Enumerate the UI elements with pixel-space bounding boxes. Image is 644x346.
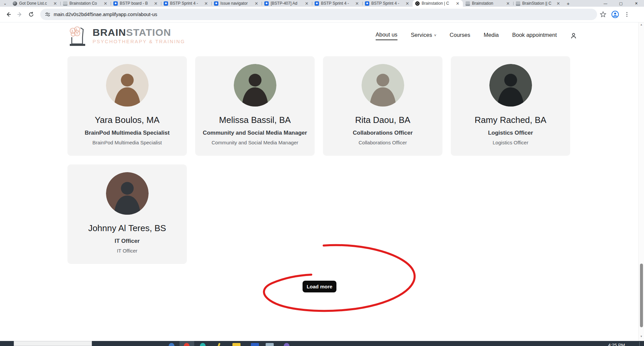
nav-item-label: Media: [484, 32, 499, 38]
jira-favicon-icon: [264, 1, 269, 6]
brand-logo[interactable]: BRAINSTATION PSYCHOTHERAPY & TRAINING: [67, 25, 185, 47]
nav-item-media[interactable]: Media: [484, 32, 499, 40]
browser-tab[interactable]: Brainstation✕: [463, 0, 513, 7]
taskbar-app-icon[interactable]: [232, 343, 240, 346]
taskbar-show-desktop-divider[interactable]: [639, 342, 640, 346]
nav-item-label: Book appointment: [512, 32, 557, 38]
new-tab-button[interactable]: +: [564, 0, 573, 7]
tab-close-icon[interactable]: ✕: [53, 1, 58, 6]
tab-close-icon[interactable]: ✕: [103, 1, 108, 6]
browser-toolbar: main.d2v0s2bd4f5nae.amplifyapp.com/about…: [0, 7, 644, 22]
address-bar[interactable]: main.d2v0s2bd4f5nae.amplifyapp.com/about…: [40, 9, 597, 20]
browser-tab-strip: ⌄ Got Done List.c✕Brainstation Co✕BSTP b…: [0, 0, 644, 7]
member-subtitle: BrainPod Multimedia Specialist: [93, 140, 162, 145]
browser-tab[interactable]: BSTP board - B✕: [111, 0, 161, 7]
browser-tab[interactable]: Brainstation Co✕: [60, 0, 111, 7]
jira-favicon-icon: [214, 1, 218, 6]
browser-tab[interactable]: Brainstation | C✕: [413, 0, 463, 7]
tab-title: Issue navigator: [220, 1, 252, 6]
tab-title: BrainStation || C: [522, 1, 554, 6]
amplify-favicon-icon: [516, 1, 520, 6]
taskbar-app-icon[interactable]: [266, 343, 274, 346]
tab-close-icon[interactable]: ✕: [254, 1, 259, 6]
taskbar: 4:25 PM: [0, 341, 644, 346]
nav-item-label: Courses: [450, 32, 470, 38]
tab-close-icon[interactable]: ✕: [455, 1, 460, 6]
load-more-button[interactable]: Load more: [303, 281, 336, 292]
url-text[interactable]: main.d2v0s2bd4f5nae.amplifyapp.com/about…: [54, 12, 157, 17]
browser-tab[interactable]: Got Done List.c✕: [10, 0, 60, 7]
site-settings-tune-icon[interactable]: [45, 12, 50, 17]
taskbar-app-icon[interactable]: [284, 343, 289, 346]
profile-avatar-icon[interactable]: [611, 10, 619, 18]
member-title: Logistics Officer: [488, 130, 533, 136]
taskbar-app-icon[interactable]: [217, 343, 220, 346]
browser-tab[interactable]: BSTP Sprint 4 -✕: [161, 0, 211, 7]
taskbar-search-box[interactable]: [14, 341, 92, 346]
screen: ⌄ Got Done List.c✕Brainstation Co✕BSTP b…: [0, 0, 644, 346]
taskbar-app-icon[interactable]: [251, 343, 259, 346]
bookmark-star-icon[interactable]: [600, 11, 606, 18]
tab-title: BSTP Sprint 4 -: [371, 1, 403, 6]
jira-favicon-icon: [113, 1, 118, 6]
brainstation-logo-icon: [67, 25, 88, 47]
taskbar-app-icon[interactable]: [169, 343, 174, 346]
member-photo: [234, 64, 276, 107]
nav-item-services[interactable]: Services˅: [411, 32, 436, 40]
taskbar-clock[interactable]: 4:25 PM: [608, 343, 625, 346]
nav-item-about-us[interactable]: About us: [376, 31, 397, 40]
jira-favicon-icon: [365, 1, 369, 6]
browser-tab[interactable]: BrainStation || C✕: [513, 0, 564, 7]
browser-tab[interactable]: BSTP Sprint 4 -✕: [312, 0, 362, 7]
member-photo: [489, 64, 532, 107]
window-minimize-button[interactable]: —: [598, 0, 613, 7]
window-close-button[interactable]: ✕: [629, 0, 644, 7]
taskbar-app-icon[interactable]: [200, 343, 206, 346]
nav-item-label: About us: [376, 31, 397, 38]
nav-item-book-appointment[interactable]: Book appointment: [512, 32, 557, 40]
tab-title: Brainstation: [472, 1, 503, 6]
browser-tab[interactable]: [BSTP-407] Ad✕: [262, 0, 312, 7]
site-nav: About usServices˅CoursesMediaBook appoin…: [376, 31, 577, 40]
tab-close-icon[interactable]: ✕: [556, 1, 561, 6]
member-title: IT Officer: [115, 238, 140, 245]
member-photo: [106, 172, 149, 215]
member-title: Community and Social Media Manager: [203, 130, 307, 136]
browser-tab[interactable]: Issue navigator✕: [211, 0, 262, 7]
team-member-card: Ramy Rached, BALogistics OfficerLogistic…: [451, 56, 570, 156]
member-photo: [362, 64, 404, 107]
tab-title: BSTP Sprint 4 -: [170, 1, 202, 6]
nav-item-label: Services: [411, 32, 432, 38]
tab-close-icon[interactable]: ✕: [304, 1, 309, 6]
window-maximize-button[interactable]: ▢: [613, 0, 629, 7]
tab-title: Got Done List.c: [19, 1, 51, 6]
member-name: Johnny Al Teres, BS: [88, 223, 166, 233]
tab-strip-chevron-icon[interactable]: ⌄: [0, 0, 10, 7]
scrollbar-up-arrow-icon[interactable]: ▲: [639, 23, 644, 26]
back-button[interactable]: [3, 9, 14, 20]
member-name: Rita Daou, BA: [355, 115, 411, 125]
member-subtitle: IT Officer: [117, 248, 137, 254]
tab-close-icon[interactable]: ✕: [153, 1, 158, 6]
team-member-card: Melissa Bassil, BACommunity and Social M…: [195, 56, 315, 156]
tab-close-icon[interactable]: ✕: [204, 1, 209, 6]
team-member-card: Rita Daou, BACollaborations OfficerColla…: [323, 56, 442, 156]
amplify-favicon-icon: [466, 1, 470, 6]
nav-item-courses[interactable]: Courses: [450, 32, 470, 40]
page-scrollbar[interactable]: ▲ ▼: [638, 22, 644, 341]
forward-button[interactable]: [14, 9, 25, 20]
tab-close-icon[interactable]: ✕: [355, 1, 360, 6]
reload-button[interactable]: [25, 9, 37, 20]
chevron-down-icon: ˅: [434, 33, 436, 37]
brainstation-favicon-icon: [415, 1, 420, 6]
brand-name-bold: BRAIN: [93, 27, 126, 38]
tab-close-icon[interactable]: ✕: [505, 1, 511, 6]
account-person-icon[interactable]: [570, 32, 577, 39]
browser-tab[interactable]: BSTP Sprint 4 -✕: [362, 0, 413, 7]
scrollbar-thumb[interactable]: [640, 264, 643, 327]
jira-favicon-icon: [164, 1, 168, 6]
browser-menu-kebab-icon[interactable]: [624, 11, 630, 17]
scrollbar-down-arrow-icon[interactable]: ▼: [639, 335, 644, 338]
tab-close-icon[interactable]: ✕: [405, 1, 410, 6]
jira-favicon-icon: [315, 1, 319, 6]
